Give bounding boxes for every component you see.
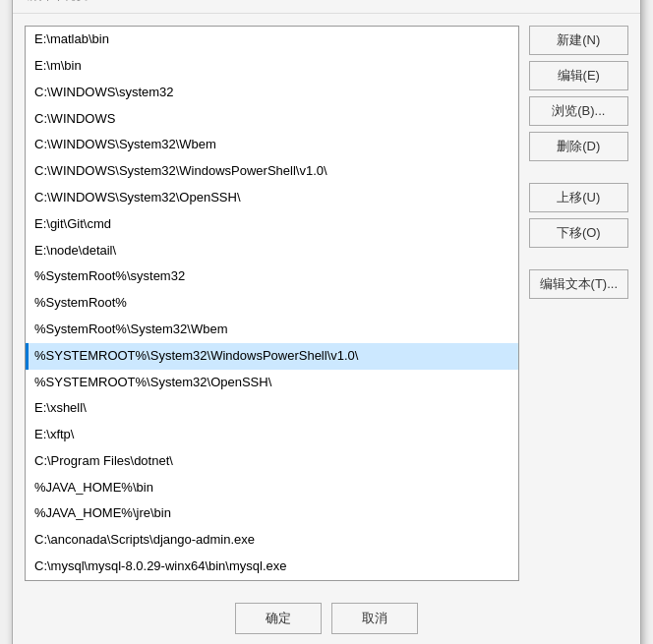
list-item[interactable]: E:\git\Git\cmd [26, 211, 518, 238]
env-var-list[interactable]: E:\matlab\binE:\m\binC:\WINDOWS\system32… [25, 26, 519, 581]
list-item[interactable]: E:\node\detail\ [26, 238, 518, 264]
list-item[interactable]: C:\WINDOWS\System32\OpenSSH\ [26, 185, 518, 211]
list-item[interactable]: %SYSTEMROOT%\System32\OpenSSH\ [26, 370, 518, 396]
delete-button[interactable]: 删除(D) [529, 132, 628, 161]
spacer1 [529, 167, 628, 177]
list-item[interactable]: %JAVA_HOME%\jre\bin [26, 500, 518, 527]
close-button[interactable]: × [609, 0, 628, 5]
dialog-title: 编辑环境变量 [25, 0, 101, 4]
list-item[interactable]: %SystemRoot%\System32\Wbem [26, 317, 518, 343]
dialog-body: E:\matlab\binE:\m\binC:\WINDOWS\system32… [13, 14, 640, 593]
move-down-button[interactable]: 下移(O) [529, 218, 628, 248]
move-up-button[interactable]: 上移(U) [529, 183, 628, 212]
list-item[interactable]: C:\WINDOWS [26, 106, 518, 133]
cancel-button[interactable]: 取消 [331, 603, 418, 634]
title-bar: 编辑环境变量 × [13, 0, 640, 14]
list-item[interactable]: %SystemRoot% [26, 290, 518, 317]
edit-button[interactable]: 编辑(E) [529, 61, 628, 90]
browse-button[interactable]: 浏览(B)... [529, 96, 628, 126]
list-item[interactable]: C:\WINDOWS\System32\Wbem [26, 132, 518, 158]
list-item[interactable]: E:\matlab\bin [26, 27, 518, 53]
list-item[interactable]: %SystemRoot%\system32 [26, 263, 518, 290]
list-item[interactable]: %JAVA_HOME%\bin [26, 475, 518, 501]
dialog-footer: 确定 取消 [13, 593, 640, 644]
list-item[interactable]: C:\WINDOWS\System32\WindowsPowerShell\v1… [26, 158, 518, 185]
edit-text-button[interactable]: 编辑文本(T)... [529, 269, 628, 299]
edit-env-var-dialog: 编辑环境变量 × E:\matlab\binE:\m\binC:\WINDOWS… [12, 0, 641, 644]
new-button[interactable]: 新建(N) [529, 26, 628, 55]
list-item[interactable]: C:\Program Files\dotnet\ [26, 448, 518, 475]
list-item[interactable]: C:\mysql\mysql-8.0.29-winx64\bin\mysql.e… [26, 554, 518, 580]
list-item[interactable]: E:\xshell\ [26, 395, 518, 422]
list-item[interactable]: C:\WINDOWS\system32 [26, 80, 518, 106]
list-item[interactable]: %SYSTEMROOT%\System32\WindowsPowerShell\… [26, 343, 518, 370]
list-item[interactable]: E:\m\bin [26, 53, 518, 80]
list-item[interactable]: C:\anconada\Scripts\django-admin.exe [26, 527, 518, 554]
buttons-panel: 新建(N) 编辑(E) 浏览(B)... 删除(D) 上移(U) 下移(O) 编… [529, 26, 628, 581]
ok-button[interactable]: 确定 [235, 603, 322, 634]
spacer2 [529, 254, 628, 263]
list-item[interactable]: E:\xftp\ [26, 422, 518, 448]
